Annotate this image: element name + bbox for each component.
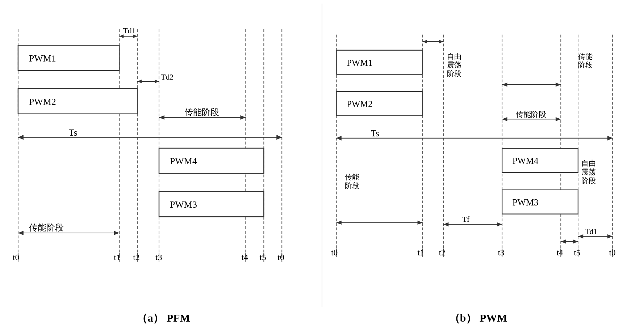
svg-marker-61 (443, 222, 448, 226)
captions-row: （a） PFM （b） PWM (7, 307, 637, 327)
t2-b: t2 (439, 248, 446, 257)
diagram-a: PWM1 PWM2 Td1 Td2 Ts (7, 4, 318, 307)
svg-marker-62 (497, 222, 502, 226)
t5-a: t5 (259, 253, 266, 262)
svg-text:震荡: 震荡 (447, 61, 461, 69)
t4-a: t4 (241, 253, 248, 262)
svg-text:震荡: 震荡 (581, 168, 596, 176)
caption-a: （a） PFM (137, 311, 190, 326)
svg-marker-72 (502, 117, 507, 121)
svg-marker-43 (423, 40, 427, 43)
tf-label-b: Tf (463, 215, 470, 224)
diagram-b: PWM1 PWM2 自由 震荡 阶段 传能 (326, 4, 637, 307)
t5-b: t5 (574, 248, 580, 257)
svg-marker-57 (336, 221, 342, 225)
svg-marker-44 (439, 40, 443, 43)
chuanneng-bot-b: 传能 (345, 173, 359, 181)
t2-a: t2 (133, 253, 140, 262)
svg-text:阶段: 阶段 (447, 69, 461, 77)
ts-label-b: Ts (371, 128, 379, 138)
t4-b: t4 (557, 248, 563, 257)
svg-marker-13 (137, 80, 142, 83)
svg-marker-68 (573, 239, 578, 243)
svg-marker-64 (578, 234, 583, 238)
diagram-divider (322, 4, 322, 307)
svg-marker-53 (607, 136, 612, 140)
diagrams-row: PWM1 PWM2 Td1 Td2 Ts (7, 4, 637, 307)
svg-marker-19 (159, 115, 164, 120)
pwm2-label-b: PWM2 (347, 99, 373, 109)
chuanneng-top-a: 传能阶段 (184, 107, 219, 117)
svg-marker-16 (18, 135, 24, 140)
pwm1-label-a: PWM1 (29, 53, 56, 64)
svg-marker-24 (18, 231, 24, 235)
main-container: PWM1 PWM2 Td1 Td2 Ts (0, 0, 644, 331)
pwm4-label-b: PWM4 (513, 156, 539, 166)
pwm2-label-a: PWM2 (29, 97, 56, 107)
svg-marker-49 (556, 82, 561, 86)
chuanneng1-b: 传能 (578, 52, 593, 60)
chuanneng2-b: 传能阶段 (516, 110, 546, 119)
svg-text:阶段: 阶段 (345, 182, 359, 190)
svg-marker-65 (607, 234, 612, 238)
svg-marker-14 (155, 80, 159, 83)
td2-label-a: Td2 (161, 72, 173, 81)
ts-label-a: Ts (69, 127, 78, 138)
ziyou1-label-b: 自由 (447, 52, 461, 60)
caption-b: （b） PWM (449, 311, 507, 326)
svg-marker-73 (556, 117, 561, 121)
svg-text:阶段: 阶段 (581, 177, 596, 184)
svg-marker-25 (114, 231, 119, 235)
t3-b: t3 (498, 248, 505, 257)
svg-marker-17 (276, 135, 282, 140)
svg-marker-20 (241, 115, 246, 120)
pwm3-label-b: PWM3 (513, 198, 539, 207)
chuanneng-bot-a: 传能阶段 (29, 223, 64, 232)
ziyou2-b: 自由 (581, 159, 596, 167)
svg-marker-67 (561, 239, 566, 243)
pwm3-label-a: PWM3 (170, 199, 197, 210)
svg-text:阶段: 阶段 (578, 61, 593, 69)
svg-marker-58 (418, 221, 423, 225)
svg-marker-52 (336, 136, 342, 140)
td1-label-b: Td1 (585, 227, 597, 236)
t0b-a: t0 (277, 253, 284, 262)
pwm4-label-a: PWM4 (170, 156, 197, 166)
svg-marker-48 (502, 82, 507, 86)
pwm1-label-b: PWM1 (347, 58, 373, 68)
td1-label-a: Td1 (123, 26, 135, 35)
